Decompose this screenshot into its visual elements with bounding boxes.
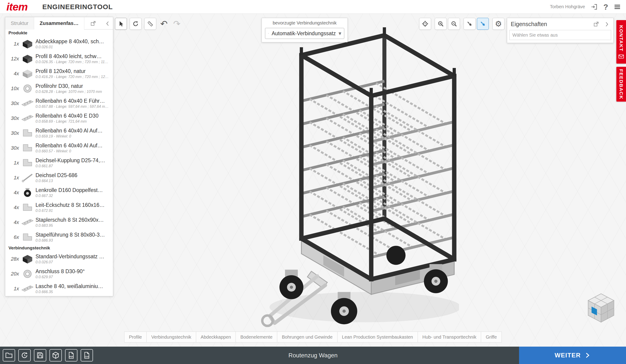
connection-technique-select[interactable]: Automatik-Verbindungssatz ▾: [265, 28, 344, 39]
envelope-icon: [619, 54, 624, 59]
part-quantity: 30x: [7, 130, 19, 136]
cart-3d-model[interactable]: [251, 24, 459, 327]
redo-button[interactable]: ↷: [172, 18, 182, 30]
library-category-tab[interactable]: Abdeckkappen: [196, 331, 236, 342]
zoom-out-button[interactable]: [448, 18, 460, 30]
parts-panel-tabs: Struktur Zusammenfas…: [5, 17, 113, 30]
paint-single-button[interactable]: [477, 18, 489, 30]
chevron-down-icon: ▾: [339, 30, 341, 37]
part-thumbnail-icon: [21, 157, 34, 168]
connection-technique-label: bevorzugte Verbindungstechnik: [265, 20, 344, 26]
kontakt-tab[interactable]: KONTAKT: [616, 20, 626, 64]
tab-struktur[interactable]: Struktur: [5, 17, 34, 30]
part-thumbnail-icon: [21, 98, 34, 109]
part-detail: 0.0.667.32: [36, 194, 103, 198]
help-button[interactable]: ?: [603, 3, 608, 10]
library-category-tab[interactable]: Bohrungen und Gewinde: [277, 331, 337, 342]
part-list-item[interactable]: 10x: [5, 81, 113, 96]
select-tool-button[interactable]: [115, 18, 127, 30]
part-list-item[interactable]: 30x: [5, 111, 113, 126]
help-icon: ?: [603, 3, 608, 10]
library-category-tab[interactable]: Bodenelemente: [235, 331, 277, 342]
library-category-tab[interactable]: Griffe: [481, 331, 502, 342]
export-3d-button[interactable]: [49, 349, 62, 362]
history-icon: [21, 351, 28, 359]
zoom-in-button[interactable]: [435, 18, 447, 30]
part-thumbnail-icon: [21, 68, 34, 79]
part-list-item[interactable]: 4x: [5, 200, 113, 215]
feedback-tab[interactable]: FEEDBACK: [616, 67, 626, 101]
history-button[interactable]: [18, 349, 31, 362]
export-pdf-button[interactable]: PDF: [65, 349, 78, 362]
properties-popout-button[interactable]: [591, 21, 601, 27]
measure-tool-button[interactable]: [144, 18, 156, 30]
open-project-button[interactable]: [3, 349, 15, 362]
part-list-item[interactable]: 1x: [5, 36, 113, 51]
zoom-in-icon: [437, 20, 444, 27]
part-list-item[interactable]: 4x: [5, 66, 113, 81]
rotate-icon: [132, 20, 139, 27]
part-detail: 0.0.026.35 - Länge: 720 mm ; 720 mm ; 11…: [36, 60, 108, 64]
library-category-tab[interactable]: Lean Production Systembaukasten: [337, 331, 418, 342]
part-detail: 0.0.672.91: [36, 209, 105, 213]
weiter-button[interactable]: WEITER: [519, 347, 626, 364]
part-list-item[interactable]: 1x: [5, 281, 113, 296]
part-thumbnail-icon: [21, 142, 34, 154]
gear-icon: ⚙: [495, 20, 502, 28]
part-list-item[interactable]: 20x: [5, 266, 113, 281]
part-list-item[interactable]: 1x: [5, 155, 113, 170]
library-category-tab[interactable]: Hub- und Transporttechnik: [418, 331, 481, 342]
part-list-item[interactable]: 28x: [5, 251, 113, 266]
part-name: Deichsel D25-686: [36, 172, 78, 178]
part-list-item[interactable]: 12x: [5, 51, 113, 66]
center-view-button[interactable]: [419, 18, 431, 30]
header-actions: Torben Hohgräve ?: [550, 3, 621, 10]
part-list-item[interactable]: 30x: [5, 140, 113, 155]
panel-popout-button[interactable]: [88, 20, 98, 26]
part-thumbnail-icon: [21, 268, 34, 279]
settings-button[interactable]: ⚙: [492, 18, 504, 30]
properties-title: Eigenschaften: [511, 21, 591, 28]
part-list-item[interactable]: 30x: [5, 96, 113, 111]
verbindungstechnik-list: 28x: [5, 251, 113, 296]
menu-button[interactable]: [614, 3, 621, 10]
produkte-list: 1x: [5, 36, 113, 245]
part-name: Rollenbahn 6 40x40 Al Auf…: [36, 142, 103, 149]
export-csv-button[interactable]: CSV: [81, 349, 93, 362]
part-detail: 0.0.683.95: [36, 224, 104, 228]
panel-collapse-button[interactable]: [102, 20, 113, 26]
part-name: Leit-Eckschutz 8 St 160x16…: [36, 202, 105, 208]
part-list-item[interactable]: 30x: [5, 126, 113, 140]
edit-toolbar: ↶ ↷: [115, 18, 182, 30]
sign-out-icon: [590, 3, 598, 10]
save-button[interactable]: [34, 349, 46, 362]
part-list-item[interactable]: 1x: [5, 170, 113, 185]
properties-collapse-button[interactable]: [601, 21, 612, 27]
library-category-tabs: Profile Verbindungstechnik Abdeckkappen …: [124, 331, 502, 342]
undo-button[interactable]: ↶: [159, 18, 169, 30]
sign-out-button[interactable]: [590, 3, 598, 10]
csv-document-icon: CSV: [83, 351, 91, 359]
part-name: Rollenbahn 6 40x40 Al Auf…: [36, 128, 103, 134]
section-verbindungstechnik: Verbindungstechnik: [5, 245, 113, 251]
library-category-tab[interactable]: Verbindungstechnik: [146, 331, 196, 342]
part-name: Rollenbahn 6 40x40 E Führ…: [36, 98, 109, 104]
library-category-tab[interactable]: Profile: [124, 331, 147, 342]
crosshair-icon: [422, 20, 429, 27]
tab-zusammenfassung[interactable]: Zusammenfas…: [34, 17, 84, 30]
part-list-item[interactable]: 4x: [5, 185, 113, 200]
part-list-item[interactable]: 6x: [5, 230, 113, 245]
part-list-item[interactable]: 4x: [5, 215, 113, 230]
view-cube[interactable]: [584, 291, 618, 325]
engineeringtool-app: item ENGINEERINGTOOL Torben Hohgräve ?: [0, 0, 626, 364]
project-title: Routenzug Wagen: [288, 352, 337, 359]
parts-panel: Struktur Zusammenfas… Produkte 1x: [5, 17, 113, 296]
part-thumbnail-icon: [21, 172, 34, 183]
rotate-view-button[interactable]: [130, 18, 142, 30]
chevron-right-icon: [604, 21, 610, 27]
paint-group: [464, 18, 489, 30]
part-detail: 0.0.657.88 - Länge: 597,64 mm ; 597,64 m…: [36, 104, 109, 109]
part-detail: 0.0.664.13: [36, 179, 78, 183]
part-quantity: 1x: [7, 160, 19, 166]
paint-all-button[interactable]: [464, 18, 475, 30]
